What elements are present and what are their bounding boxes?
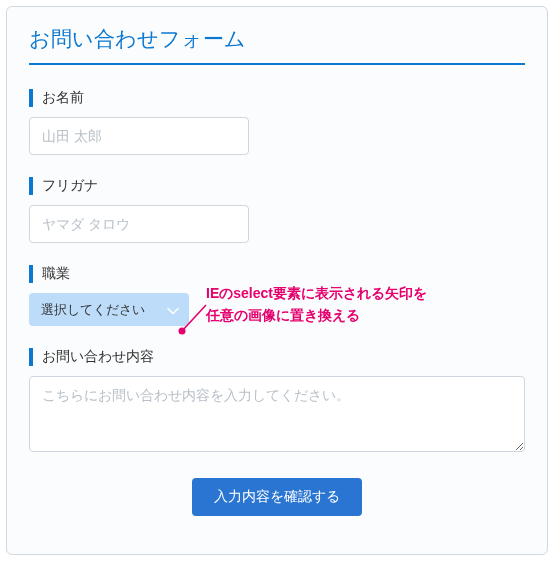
contact-form-card: お問い合わせフォーム お名前 フリガナ 職業 選択してください — [6, 6, 548, 555]
field-furigana: フリガナ — [29, 177, 525, 243]
label-accent-bar — [29, 177, 33, 195]
inquiry-textarea[interactable] — [29, 376, 525, 452]
confirm-button[interactable]: 入力内容を確認する — [192, 478, 362, 516]
label-accent-bar — [29, 348, 33, 366]
occupation-select-wrap: 選択してください — [29, 293, 189, 326]
field-label-furigana: フリガナ — [29, 177, 525, 195]
field-label-name: お名前 — [29, 89, 525, 107]
field-inquiry: お問い合わせ内容 — [29, 348, 525, 456]
submit-row: 入力内容を確認する — [29, 478, 525, 516]
furigana-input[interactable] — [29, 205, 249, 243]
label-text: お名前 — [42, 89, 84, 107]
field-name: お名前 — [29, 89, 525, 155]
label-text: フリガナ — [42, 177, 98, 195]
occupation-select[interactable]: 選択してください — [29, 293, 189, 326]
label-accent-bar — [29, 265, 33, 283]
field-label-occupation: 職業 — [29, 265, 525, 283]
svg-point-1 — [179, 328, 186, 335]
label-accent-bar — [29, 89, 33, 107]
field-label-inquiry: お問い合わせ内容 — [29, 348, 525, 366]
label-text: お問い合わせ内容 — [42, 348, 154, 366]
field-occupation: 職業 選択してください — [29, 265, 525, 326]
label-text: 職業 — [42, 265, 70, 283]
name-input[interactable] — [29, 117, 249, 155]
form-title: お問い合わせフォーム — [29, 25, 525, 65]
